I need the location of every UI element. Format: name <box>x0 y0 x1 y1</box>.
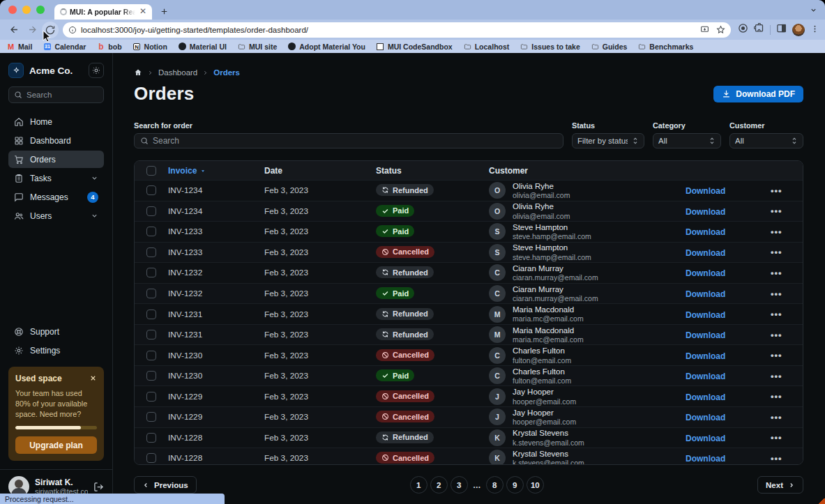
zoom-window-button[interactable] <box>36 6 45 14</box>
row-checkbox[interactable] <box>146 185 156 195</box>
sidebar-search-input[interactable]: Search <box>8 86 104 103</box>
sidebar-item-support[interactable]: Support <box>8 323 104 341</box>
tab-search-chevron-icon[interactable] <box>807 3 819 16</box>
sidebar-item-tasks[interactable]: Tasks <box>8 169 104 187</box>
row-menu-button[interactable]: ••• <box>755 185 803 196</box>
upgrade-plan-button[interactable]: Upgrade plan <box>15 436 97 454</box>
page-button-8[interactable]: 8 <box>486 476 504 494</box>
browser-tab[interactable]: MUI: A popular React UI fram ✕ <box>54 4 152 20</box>
row-checkbox[interactable] <box>146 289 156 298</box>
row-menu-button[interactable]: ••• <box>755 391 803 402</box>
browser-menu-kebab-icon[interactable] <box>810 24 819 36</box>
row-checkbox[interactable] <box>146 206 156 216</box>
bookmark-item[interactable]: Issues to take <box>520 43 580 51</box>
sidebar-item-dashboard[interactable]: Dashboard <box>8 132 104 149</box>
download-link[interactable]: Download <box>686 268 725 278</box>
download-pdf-button[interactable]: Download PDF <box>713 86 803 102</box>
bookmark-item[interactable]: Material UI <box>179 43 227 51</box>
download-link[interactable]: Download <box>686 392 725 402</box>
row-menu-button[interactable]: ••• <box>755 268 803 278</box>
row-checkbox[interactable] <box>146 433 156 443</box>
row-checkbox[interactable] <box>146 227 156 236</box>
download-link[interactable]: Download <box>686 413 725 422</box>
download-link[interactable]: Download <box>686 207 725 217</box>
sidebar-item-users[interactable]: Users <box>8 207 104 224</box>
back-button[interactable] <box>6 22 22 38</box>
download-link[interactable]: Download <box>686 310 725 320</box>
page-button-2[interactable]: 2 <box>430 476 448 494</box>
bookmark-item[interactable]: MUI CodeSandbox <box>377 43 453 51</box>
page-button-10[interactable]: 10 <box>527 476 544 494</box>
bookmark-item[interactable]: Benchmarks <box>638 43 693 51</box>
download-link[interactable]: Download <box>686 434 725 443</box>
extensions-puzzle-icon[interactable] <box>754 23 764 36</box>
category-filter-select[interactable]: All <box>653 133 721 148</box>
used-space-close-icon[interactable] <box>89 374 97 382</box>
order-search-input[interactable]: Search <box>134 133 563 148</box>
row-checkbox[interactable] <box>146 247 156 257</box>
page-button-3[interactable]: 3 <box>451 476 468 494</box>
row-menu-button[interactable]: ••• <box>755 289 803 299</box>
sidebar-item-home[interactable]: Home <box>8 113 104 130</box>
bookmark-item[interactable]: MUI site <box>238 43 277 51</box>
close-window-button[interactable] <box>8 6 17 14</box>
sidebar-item-settings[interactable]: Settings <box>8 342 104 360</box>
new-tab-button[interactable] <box>156 4 172 20</box>
download-link[interactable]: Download <box>686 454 725 464</box>
row-menu-button[interactable]: ••• <box>755 412 803 422</box>
column-header-invoice[interactable]: Invoice <box>168 166 264 176</box>
download-link[interactable]: Download <box>686 289 725 299</box>
row-checkbox[interactable] <box>146 371 156 381</box>
row-menu-button[interactable]: ••• <box>755 247 803 257</box>
logout-icon[interactable] <box>93 482 104 492</box>
download-link[interactable]: Download <box>686 248 725 258</box>
row-menu-button[interactable]: ••• <box>755 371 803 381</box>
bookmark-item[interactable]: 31Calendar <box>43 43 86 51</box>
select-all-checkbox[interactable] <box>146 166 156 176</box>
download-link[interactable]: Download <box>686 372 725 381</box>
forward-button[interactable] <box>24 22 40 38</box>
row-menu-button[interactable]: ••• <box>755 227 803 237</box>
sidebar-item-orders[interactable]: Orders <box>8 151 104 168</box>
row-menu-button[interactable]: ••• <box>755 309 803 319</box>
row-checkbox[interactable] <box>146 268 156 277</box>
bookmark-item[interactable]: MMail <box>7 43 32 51</box>
download-link[interactable]: Download <box>686 330 725 340</box>
row-checkbox[interactable] <box>146 330 156 339</box>
row-checkbox[interactable] <box>146 453 156 463</box>
page-button-1[interactable]: 1 <box>410 476 427 494</box>
row-menu-button[interactable]: ••• <box>755 330 803 340</box>
customer-filter-select[interactable]: All <box>729 133 803 148</box>
row-checkbox[interactable] <box>146 310 156 319</box>
next-page-button[interactable]: Next <box>757 476 803 494</box>
breadcrumb-item-dashboard[interactable]: Dashboard <box>158 68 197 77</box>
url-bar[interactable]: localhost:3000/joy-ui/getting-started/te… <box>63 22 731 38</box>
breadcrumb-home-icon[interactable] <box>134 68 142 77</box>
bookmark-star-icon[interactable] <box>716 25 725 34</box>
profile-avatar[interactable] <box>792 24 805 36</box>
page-button-9[interactable]: 9 <box>506 476 524 494</box>
row-menu-button[interactable]: ••• <box>755 453 803 464</box>
bookmark-item[interactable]: Adopt Material You <box>288 43 365 51</box>
row-menu-button[interactable]: ••• <box>755 350 803 360</box>
side-panel-icon[interactable] <box>776 23 787 36</box>
bookmark-item[interactable]: Guides <box>591 43 628 51</box>
row-checkbox[interactable] <box>146 392 156 402</box>
theme-toggle-button[interactable] <box>89 63 104 78</box>
row-menu-button[interactable]: ••• <box>755 206 803 216</box>
tab-close-icon[interactable]: ✕ <box>138 7 148 17</box>
bookmark-item[interactable]: bbob <box>97 43 121 51</box>
privacy-badge-icon[interactable] <box>738 23 748 36</box>
previous-page-button[interactable]: Previous <box>134 476 197 494</box>
minimize-window-button[interactable] <box>22 6 31 14</box>
download-link[interactable]: Download <box>686 186 725 196</box>
bookmark-item[interactable]: NNotion <box>133 43 167 51</box>
row-menu-button[interactable]: ••• <box>755 432 803 443</box>
row-checkbox[interactable] <box>146 412 156 422</box>
install-app-icon[interactable] <box>700 25 709 34</box>
download-link[interactable]: Download <box>686 227 725 237</box>
site-info-icon[interactable] <box>68 26 77 34</box>
download-link[interactable]: Download <box>686 351 725 361</box>
row-checkbox[interactable] <box>146 351 156 360</box>
bookmark-item[interactable]: Localhost <box>464 43 510 51</box>
